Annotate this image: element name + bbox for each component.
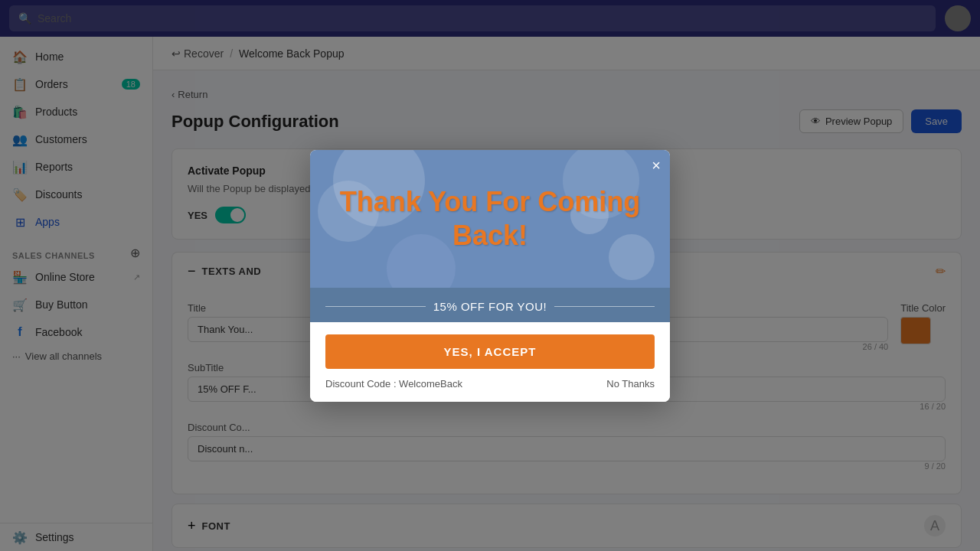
subtitle-line-right	[554, 306, 655, 307]
popup-banner-title: Thank You For Coming Back!	[310, 185, 670, 251]
popup-subtitle-row: 15% OFF FOR YOU!	[310, 288, 670, 322]
subtitle-line-left	[325, 306, 426, 307]
popup-overlay: × Thank You For Coming Back! 15% OFF FOR…	[0, 0, 980, 551]
popup-subtitle-text: 15% OFF FOR YOU!	[433, 300, 547, 313]
no-thanks-link[interactable]: No Thanks	[606, 378, 655, 390]
popup-banner: Thank You For Coming Back!	[310, 150, 670, 288]
accept-button[interactable]: YES, I ACCEPT	[325, 334, 655, 369]
popup-footer: Discount Code : WelcomeBack No Thanks	[325, 378, 655, 390]
popup-modal: × Thank You For Coming Back! 15% OFF FOR…	[310, 150, 670, 402]
popup-close-button[interactable]: ×	[652, 158, 661, 173]
discount-code-display: Discount Code : WelcomeBack	[325, 378, 462, 390]
popup-actions: YES, I ACCEPT Discount Code : WelcomeBac…	[310, 322, 670, 402]
